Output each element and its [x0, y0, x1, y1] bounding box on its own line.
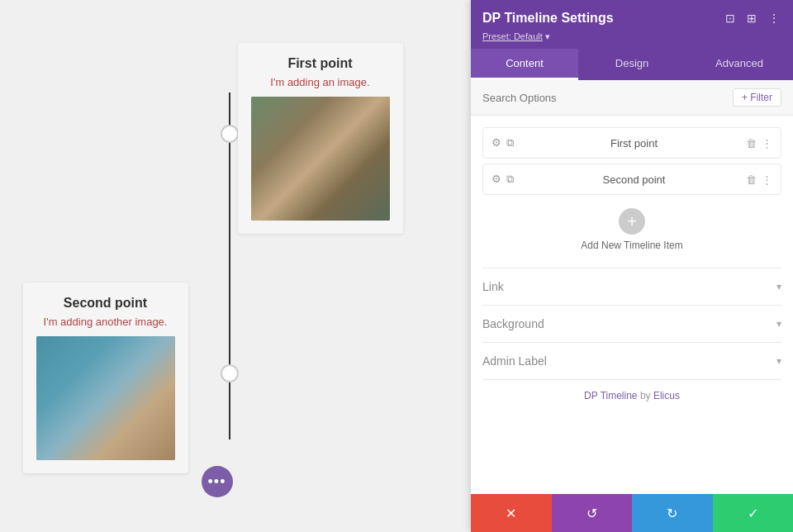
attribution-plugin-link[interactable]: DP Timeline [584, 390, 637, 401]
dot-first [221, 125, 239, 143]
attribution-author-link[interactable]: Elicus [653, 390, 680, 401]
undo-button[interactable]: ↺ [552, 494, 633, 532]
timeline-container: First point I'm adding an image. Second … [23, 26, 436, 506]
preset-label[interactable]: Preset: Default [482, 31, 543, 41]
delete-icon-second[interactable]: 🗑 [746, 173, 757, 186]
three-dot-icon: ••• [208, 473, 226, 491]
copy-icon[interactable]: ⧉ [506, 136, 514, 150]
attribution: DP Timeline by Elicus [482, 379, 781, 411]
three-dot-button[interactable]: ••• [202, 466, 233, 497]
link-section-title: Link [482, 280, 504, 293]
accordion-admin-label-header[interactable]: Admin Label ▾ [482, 354, 781, 368]
more-icon-second[interactable]: ⋮ [762, 173, 772, 186]
item-left-icons: ⚙ ⧉ [491, 173, 514, 186]
canvas-area: First point I'm adding an image. Second … [0, 0, 458, 532]
accordion-admin-label: Admin Label ▾ [482, 342, 781, 379]
save-button[interactable]: ✓ [713, 494, 794, 532]
first-point-subtitle: I'm adding an image. [251, 76, 390, 88]
redo-button[interactable]: ↻ [632, 494, 713, 532]
timeline-item-row[interactable]: ⚙ ⧉ First point 🗑 ⋮ [482, 127, 781, 159]
admin-label-section-title: Admin Label [482, 354, 547, 368]
item-left-icons: ⚙ ⧉ [491, 136, 514, 150]
layout-icon[interactable]: ⊞ [745, 10, 758, 26]
item-label-first: First point [522, 137, 746, 150]
background-chevron-icon: ▾ [776, 318, 781, 330]
panel-footer: ✕ ↺ ↻ ✓ [471, 494, 793, 532]
tab-content[interactable]: Content [471, 49, 578, 80]
timeline-line [229, 93, 230, 439]
panel-header-icons: ⊡ ⊞ ⋮ [724, 10, 781, 26]
add-item-label: Add New Timeline Item [581, 240, 682, 251]
link-chevron-icon: ▾ [776, 281, 781, 292]
accordion-link-header[interactable]: Link ▾ [482, 280, 781, 293]
timeline-items-list: ⚙ ⧉ First point 🗑 ⋮ ⚙ ⧉ Second point 🗑 ⋮ [482, 127, 781, 195]
accordion-link: Link ▾ [482, 268, 781, 305]
settings-icon[interactable]: ⚙ [491, 136, 501, 150]
accordion-background: Background ▾ [482, 305, 781, 342]
first-point-title: First point [251, 56, 390, 71]
panel-title: DP Timeline Settings [482, 11, 614, 26]
first-point-image [251, 97, 390, 221]
admin-label-chevron-icon: ▾ [776, 355, 781, 367]
panel-tabs: Content Design Advanced [471, 49, 793, 80]
accordion-background-header[interactable]: Background ▾ [482, 317, 781, 330]
timeline-item-row[interactable]: ⚙ ⧉ Second point 🗑 ⋮ [482, 164, 781, 195]
second-point-subtitle: I'm adding another image. [36, 316, 175, 328]
background-section-title: Background [482, 317, 544, 330]
filter-button[interactable]: + Filter [733, 88, 781, 107]
second-point-image [36, 336, 175, 460]
tab-advanced[interactable]: Advanced [686, 49, 793, 80]
more-icon[interactable]: ⋮ [767, 10, 781, 26]
attribution-by: by [640, 390, 653, 401]
copy-icon[interactable]: ⧉ [506, 173, 514, 186]
settings-panel: DP Timeline Settings ⊡ ⊞ ⋮ Preset: Defau… [471, 0, 793, 532]
panel-body: ⚙ ⧉ First point 🗑 ⋮ ⚙ ⧉ Second point 🗑 ⋮ [471, 116, 793, 494]
item-label-second: Second point [522, 173, 746, 186]
search-bar: + Filter [471, 80, 793, 116]
add-new-item-button[interactable]: + Add New Timeline Item [482, 208, 781, 251]
add-circle-icon: + [619, 208, 645, 235]
panel-header: DP Timeline Settings ⊡ ⊞ ⋮ Preset: Defau… [471, 0, 793, 49]
second-point-title: Second point [36, 296, 175, 311]
panel-header-top: DP Timeline Settings ⊡ ⊞ ⋮ [482, 10, 781, 26]
tab-design[interactable]: Design [578, 49, 686, 80]
search-input[interactable] [482, 92, 733, 104]
more-icon-first[interactable]: ⋮ [762, 137, 772, 150]
item-right-icons: 🗑 ⋮ [746, 173, 772, 186]
cancel-button[interactable]: ✕ [471, 494, 552, 532]
card-second-point[interactable]: Second point I'm adding another image. [23, 283, 188, 473]
focus-icon[interactable]: ⊡ [724, 10, 737, 26]
card-first-point[interactable]: First point I'm adding an image. [238, 43, 403, 234]
settings-icon[interactable]: ⚙ [491, 173, 501, 186]
dot-second [221, 364, 239, 382]
delete-icon-first[interactable]: 🗑 [746, 137, 757, 150]
panel-preset: Preset: Default ▾ [482, 31, 781, 42]
item-right-icons: 🗑 ⋮ [746, 137, 772, 150]
